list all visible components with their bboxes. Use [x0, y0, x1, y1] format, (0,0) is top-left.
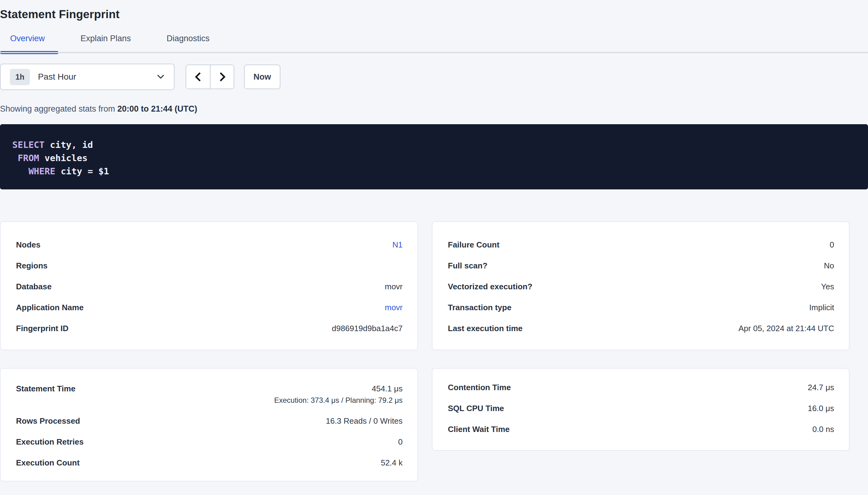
row-value: 16.3 Reads / 0 Writes [326, 416, 403, 426]
row-value: 0.0 ns [812, 425, 834, 434]
row-label: Application Name [16, 303, 84, 312]
row-label: Nodes [16, 240, 40, 250]
table-row: Application Name movr [16, 297, 403, 318]
sql-keyword: FROM [18, 153, 39, 163]
row-label: Last execution time [448, 324, 523, 333]
details-cards-row: Nodes N1 Regions Database movr Applicati… [0, 221, 868, 350]
performance-cards-row: Statement Time 454.1 μs Execution: 373.4… [0, 368, 868, 481]
table-row: Client Wait Time 0.0 ns [448, 419, 834, 440]
execution-attributes-card: Failure Count 0 Full scan? No Vectorized… [432, 221, 850, 350]
next-interval-button[interactable] [210, 65, 234, 88]
table-row: Contention Time 24.7 μs [448, 377, 834, 398]
table-row: Failure Count 0 [448, 234, 834, 255]
row-label: Statement Time [16, 384, 76, 394]
row-value: No [824, 261, 834, 271]
row-value: Apr 05, 2024 at 21:44 UTC [738, 324, 834, 333]
row-label: Vectorized execution? [448, 282, 533, 291]
time-range-select[interactable]: 1h Past Hour [0, 64, 175, 90]
table-row: Execution Retries 0 [16, 431, 403, 452]
wait-time-card: Contention Time 24.7 μs SQL CPU Time 16.… [432, 368, 850, 451]
row-subvalue: Execution: 373.4 μs / Planning: 79.2 μs [274, 396, 403, 405]
now-button[interactable]: Now [244, 65, 280, 89]
row-label: SQL CPU Time [448, 404, 504, 413]
page-title: Statement Fingerprint [0, 0, 868, 21]
row-value: 16.0 μs [808, 404, 834, 413]
table-row: Nodes N1 [16, 234, 403, 255]
table-row: SQL CPU Time 16.0 μs [448, 398, 834, 419]
row-value: Yes [821, 282, 834, 291]
application-name-link[interactable]: movr [385, 303, 403, 312]
table-row: Fingerprint ID d986919d9ba1a4c7 [16, 318, 403, 339]
sql-line: SELECT city, id [12, 138, 856, 152]
sql-keyword: SELECT [12, 140, 45, 150]
row-label: Fingerprint ID [16, 324, 68, 333]
row-label: Full scan? [448, 261, 488, 271]
nodes-link[interactable]: N1 [392, 240, 403, 250]
row-label: Rows Processed [16, 416, 80, 426]
row-label: Contention Time [448, 383, 511, 392]
tab-diagnostics[interactable]: Diagnostics [149, 34, 228, 53]
row-value: 0 [398, 437, 403, 447]
table-row: Last execution time Apr 05, 2024 at 21:4… [448, 318, 834, 339]
tab-overview-label: Overview [10, 34, 45, 43]
row-value: Implicit [809, 303, 834, 312]
row-label: Execution Retries [16, 437, 84, 447]
statement-time-card: Statement Time 454.1 μs Execution: 373.4… [0, 368, 418, 481]
chevron-right-icon [218, 71, 227, 83]
aggregated-stats-caption: Showing aggregated stats from 20:00 to 2… [0, 104, 868, 114]
row-label: Transaction type [448, 303, 511, 312]
row-label: Client Wait Time [448, 425, 510, 434]
time-step-buttons [185, 65, 234, 89]
table-row: Statement Time 454.1 μs Execution: 373.4… [16, 381, 403, 410]
time-range-badge: 1h [10, 69, 30, 85]
row-value: 52.4 k [381, 458, 403, 468]
table-row: Regions [16, 255, 403, 276]
row-value: 0 [830, 240, 834, 250]
statement-details-card: Nodes N1 Regions Database movr Applicati… [0, 221, 418, 350]
row-label: Execution Count [16, 458, 80, 468]
stats-caption-prefix: Showing aggregated stats from [0, 104, 117, 114]
table-row: Database movr [16, 276, 403, 297]
sql-keyword: WHERE [28, 166, 55, 176]
table-row: Rows Processed 16.3 Reads / 0 Writes [16, 410, 403, 431]
table-row: Full scan? No [448, 255, 834, 276]
tab-overview[interactable]: Overview [0, 34, 63, 53]
statement-fingerprint-page: Statement Fingerprint Overview Explain P… [0, 0, 868, 495]
row-value: 454.1 μs [372, 384, 403, 394]
row-value: 24.7 μs [808, 383, 834, 392]
previous-interval-button[interactable] [186, 65, 210, 88]
row-value: d986919d9ba1a4c7 [332, 324, 403, 333]
tab-bar: Overview Explain Plans Diagnostics [0, 34, 868, 53]
chevron-left-icon [194, 71, 203, 83]
table-row: Transaction type Implicit [448, 297, 834, 318]
time-controls: 1h Past Hour [0, 64, 868, 90]
stats-caption-range: 20:00 to 21:44 (UTC) [117, 104, 197, 114]
sql-statement-box: SELECT city, id FROM vehicles WHERE city… [0, 124, 868, 189]
table-row: Execution Count 52.4 k [16, 452, 403, 473]
sql-line: FROM vehicles [12, 152, 856, 165]
chevron-down-icon [156, 74, 165, 80]
row-label: Failure Count [448, 240, 499, 250]
tab-diagnostics-label: Diagnostics [166, 34, 210, 43]
tab-explain-plans[interactable]: Explain Plans [63, 34, 149, 53]
table-row: Vectorized execution? Yes [448, 276, 834, 297]
tab-explain-plans-label: Explain Plans [81, 34, 131, 43]
sql-line: WHERE city = $1 [12, 165, 856, 178]
row-label: Database [16, 282, 52, 291]
time-range-label: Past Hour [38, 72, 76, 82]
row-value: movr [385, 282, 403, 291]
tab-bar-divider [0, 52, 868, 53]
row-label: Regions [16, 261, 48, 271]
